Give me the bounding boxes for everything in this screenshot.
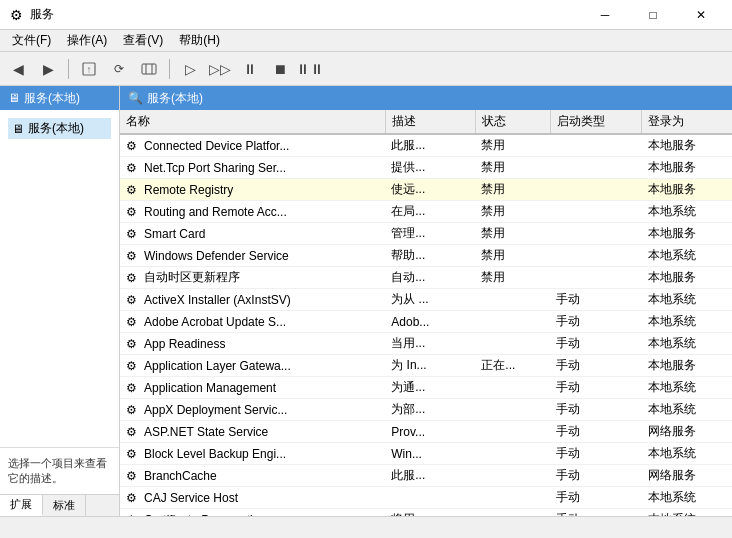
service-status: 禁用	[475, 223, 550, 245]
table-row[interactable]: ⚙AppX Deployment Servic...为部...手动本地系统	[120, 399, 732, 421]
service-desc: 当用...	[385, 333, 475, 355]
pause2-button[interactable]: ⏸⏸	[296, 56, 324, 82]
service-gear-icon: ⚙	[126, 337, 140, 351]
service-desc: 管理...	[385, 223, 475, 245]
service-logon: 本地系统	[642, 443, 732, 465]
back-button[interactable]: ◀	[4, 56, 32, 82]
svg-text:⟳: ⟳	[114, 62, 124, 76]
service-logon: 本地系统	[642, 289, 732, 311]
toolbar: ◀ ▶ ↑ ⟳ ▷ ▷▷ ⏸ ⏹ ⏸⏸	[0, 52, 732, 86]
services-table[interactable]: 名称 描述 状态 启动类型 登录为 ⚙Connected Device Plat…	[120, 110, 732, 516]
stop-button[interactable]: ⏹	[266, 56, 294, 82]
tab-standard[interactable]: 标准	[43, 495, 86, 516]
table-row[interactable]: ⚙Windows Defender Service帮助...禁用本地系统	[120, 245, 732, 267]
service-startup	[550, 179, 642, 201]
service-name: ⚙BranchCache	[120, 465, 385, 487]
col-header-name[interactable]: 名称	[120, 110, 385, 134]
refresh-button[interactable]: ⟳	[105, 56, 133, 82]
col-header-startup[interactable]: 启动类型	[550, 110, 642, 134]
forward-button[interactable]: ▶	[34, 56, 62, 82]
menu-action[interactable]: 操作(A)	[59, 30, 115, 51]
tab-expand[interactable]: 扩展	[0, 495, 43, 516]
play-button[interactable]: ▷	[176, 56, 204, 82]
service-name: ⚙ActiveX Installer (AxInstSV)	[120, 289, 385, 311]
table-row[interactable]: ⚙Routing and Remote Acc...在局...禁用本地系统	[120, 201, 732, 223]
service-name: ⚙Routing and Remote Acc...	[120, 201, 385, 223]
service-status	[475, 311, 550, 333]
service-status: 正在...	[475, 355, 550, 377]
minimize-button[interactable]: ─	[582, 0, 628, 30]
table-row[interactable]: ⚙Adobe Acrobat Update S...Adob...手动本地系统	[120, 311, 732, 333]
table-row[interactable]: ⚙自动时区更新程序自动...禁用本地服务	[120, 267, 732, 289]
service-gear-icon: ⚙	[126, 315, 140, 329]
service-desc: 将用...	[385, 509, 475, 517]
service-name: ⚙Application Layer Gatewa...	[120, 355, 385, 377]
table-row[interactable]: ⚙Remote Registry使远...禁用本地服务	[120, 179, 732, 201]
table-row[interactable]: ⚙Application Layer Gatewa...为 In...正在...…	[120, 355, 732, 377]
table-row[interactable]: ⚙App Readiness当用...手动本地系统	[120, 333, 732, 355]
tree-item-icon: 🖥	[12, 122, 24, 136]
service-name: ⚙Certificate Propagation	[120, 509, 385, 517]
col-header-status[interactable]: 状态	[475, 110, 550, 134]
service-logon: 网络服务	[642, 465, 732, 487]
service-startup: 手动	[550, 289, 642, 311]
tree-item-local[interactable]: 🖥 服务(本地)	[8, 118, 111, 139]
table-row[interactable]: ⚙Certificate Propagation将用...手动本地系统	[120, 509, 732, 517]
service-status: 禁用	[475, 201, 550, 223]
service-gear-icon: ⚙	[126, 249, 140, 263]
play2-button[interactable]: ▷▷	[206, 56, 234, 82]
service-name: ⚙Connected Device Platfor...	[120, 134, 385, 157]
service-gear-icon: ⚙	[126, 513, 140, 517]
close-button[interactable]: ✕	[678, 0, 724, 30]
service-desc: Win...	[385, 443, 475, 465]
menu-view[interactable]: 查看(V)	[115, 30, 171, 51]
service-name: ⚙Remote Registry	[120, 179, 385, 201]
table-row[interactable]: ⚙Block Level Backup Engi...Win...手动本地系统	[120, 443, 732, 465]
tree-item-label: 服务(本地)	[28, 120, 84, 137]
service-logon: 本地服务	[642, 179, 732, 201]
service-gear-icon: ⚙	[126, 205, 140, 219]
pause-button[interactable]: ⏸	[236, 56, 264, 82]
service-logon: 本地服务	[642, 134, 732, 157]
right-panel-icon: 🔍	[128, 91, 143, 105]
menu-file[interactable]: 文件(F)	[4, 30, 59, 51]
service-gear-icon: ⚙	[126, 183, 140, 197]
map-button[interactable]	[135, 56, 163, 82]
service-gear-icon: ⚙	[126, 227, 140, 241]
table-row[interactable]: ⚙Application Management为通...手动本地系统	[120, 377, 732, 399]
service-status	[475, 377, 550, 399]
service-status	[475, 399, 550, 421]
service-name: ⚙CAJ Service Host	[120, 487, 385, 509]
service-desc: 为 In...	[385, 355, 475, 377]
right-panel: 🔍 服务(本地) 名称 描述 状态 启动类型 登录为 ⚙Connected De…	[120, 86, 732, 516]
maximize-button[interactable]: □	[630, 0, 676, 30]
left-panel-description: 选择一个项目来查看它的描述。	[0, 447, 119, 494]
title-bar: ⚙ 服务 ─ □ ✕	[0, 0, 732, 30]
table-row[interactable]: ⚙Connected Device Platfor...此服...禁用本地服务	[120, 134, 732, 157]
status-bar	[0, 516, 732, 538]
table-row[interactable]: ⚙Smart Card管理...禁用本地服务	[120, 223, 732, 245]
table-row[interactable]: ⚙ActiveX Installer (AxInstSV)为从 ...手动本地系…	[120, 289, 732, 311]
service-logon: 本地系统	[642, 509, 732, 517]
menu-help[interactable]: 帮助(H)	[171, 30, 228, 51]
service-startup	[550, 134, 642, 157]
table-row[interactable]: ⚙CAJ Service Host手动本地系统	[120, 487, 732, 509]
up-button[interactable]: ↑	[75, 56, 103, 82]
service-status: 禁用	[475, 267, 550, 289]
service-startup: 手动	[550, 355, 642, 377]
service-startup	[550, 201, 642, 223]
col-header-logon[interactable]: 登录为	[642, 110, 732, 134]
table-row[interactable]: ⚙BranchCache此服...手动网络服务	[120, 465, 732, 487]
table-row[interactable]: ⚙ASP.NET State ServiceProv...手动网络服务	[120, 421, 732, 443]
service-logon: 本地服务	[642, 355, 732, 377]
service-logon: 本地系统	[642, 333, 732, 355]
col-header-desc[interactable]: 描述	[385, 110, 475, 134]
services-list: 名称 描述 状态 启动类型 登录为 ⚙Connected Device Plat…	[120, 110, 732, 516]
window-controls: ─ □ ✕	[582, 0, 724, 30]
service-desc: 帮助...	[385, 245, 475, 267]
service-logon: 网络服务	[642, 421, 732, 443]
right-panel-header: 🔍 服务(本地)	[120, 86, 732, 110]
table-row[interactable]: ⚙Net.Tcp Port Sharing Ser...提供...禁用本地服务	[120, 157, 732, 179]
left-panel-icon: 🖥	[8, 91, 20, 105]
service-status	[475, 443, 550, 465]
